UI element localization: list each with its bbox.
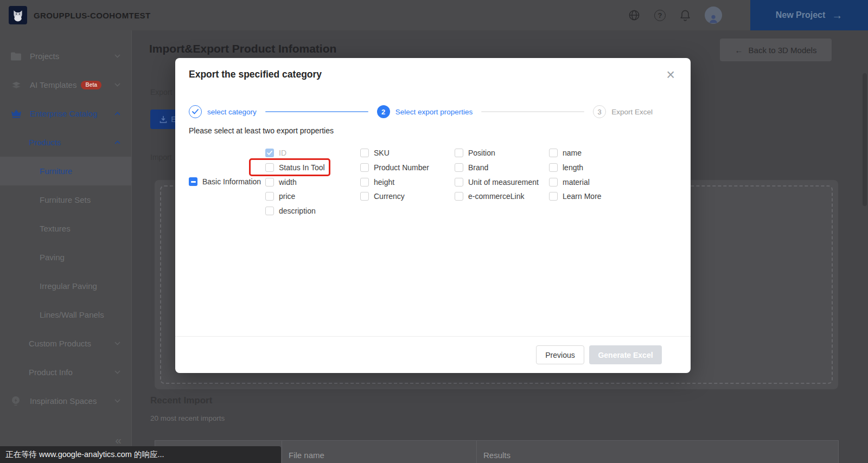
- user-avatar[interactable]: [705, 7, 722, 24]
- checkbox-status-in-tool[interactable]: Status In Tool: [265, 160, 325, 175]
- download-icon: [159, 115, 167, 123]
- checkbox-unchecked-icon: [360, 192, 369, 201]
- stepper-connector-done: [265, 111, 368, 112]
- stepper-connector-pending: [481, 111, 584, 112]
- checkbox-unchecked-icon: [265, 163, 274, 172]
- sidebar-item-custom-products[interactable]: Custom Products: [0, 329, 131, 358]
- checkbox-unchecked-icon: [360, 163, 369, 172]
- checkbox-width[interactable]: width: [265, 175, 325, 189]
- checkbox-position[interactable]: Position: [455, 146, 539, 160]
- checkbox-unchecked-icon: [549, 192, 558, 201]
- generate-excel-button[interactable]: Generate Excel: [589, 345, 662, 364]
- chevron-down-icon: [114, 342, 120, 345]
- chevron-down-icon: [114, 54, 120, 58]
- sidebar-item-furniture-sets[interactable]: Furniture Sets: [0, 185, 131, 214]
- beta-badge: Beta: [81, 81, 101, 89]
- checkbox-label: Learn More: [563, 192, 602, 201]
- lightbulb-icon: [11, 396, 23, 407]
- import-section-label: Import: [150, 153, 172, 162]
- step-label: select category: [207, 108, 257, 116]
- globe-icon[interactable]: [628, 9, 640, 21]
- basic-information-group-checkbox[interactable]: Basic Information: [189, 175, 261, 189]
- page-title: Import&Export Product Infomation: [149, 42, 336, 55]
- checkbox-height[interactable]: height: [360, 175, 429, 189]
- checkbox-material[interactable]: material: [549, 175, 602, 189]
- checkbox-unchecked-icon: [455, 178, 463, 187]
- sidebar-item-label: AI Templates: [30, 80, 76, 89]
- back-button-label: Back to 3D Models: [749, 46, 817, 55]
- back-to-3d-models-button[interactable]: ← Back to 3D Models: [720, 38, 832, 61]
- sidebar-item-label: Paving: [40, 253, 65, 262]
- checkbox-description[interactable]: description: [265, 204, 325, 218]
- checkbox-currency[interactable]: Currency: [360, 189, 429, 204]
- arrow-left-icon: ←: [735, 46, 743, 55]
- person-icon: [708, 14, 719, 24]
- chevron-down-icon: [114, 399, 120, 403]
- checkbox-unit-of-measurement[interactable]: Unit of measurement: [455, 175, 539, 189]
- checkbox-unchecked-icon: [549, 178, 558, 187]
- checkbox-label: Basic Information: [202, 177, 261, 186]
- checkbox-label: Status In Tool: [279, 163, 325, 172]
- export-stepper: select category 2 Select export properti…: [189, 105, 653, 119]
- sidebar-item-ai-templates[interactable]: AI Templates Beta: [0, 70, 131, 99]
- checkbox-brand[interactable]: Brand: [455, 160, 539, 175]
- sidebar-item-label: Enterprise Catalog: [30, 109, 97, 118]
- checkbox-column-2: SKU Product Number height Currency: [360, 146, 429, 204]
- company-logo: [9, 6, 27, 24]
- step-select-category: select category: [189, 105, 257, 118]
- checkbox-id[interactable]: ID: [265, 146, 325, 160]
- sidebar-item-lines-wall-panels[interactable]: Lines/Wall Panels: [0, 300, 131, 329]
- table-header-results: Results: [476, 440, 839, 463]
- checkbox-label: length: [563, 163, 583, 172]
- modal-title: Export the specified category: [189, 69, 322, 80]
- sidebar-item-irregular-paving[interactable]: Irregular Paving: [0, 272, 131, 300]
- checkbox-label: height: [374, 178, 394, 187]
- checkbox-label: e-commerceLink: [468, 192, 524, 201]
- checkbox-ecommerce-link[interactable]: e-commerceLink: [455, 189, 539, 204]
- sidebar-item-label: Irregular Paving: [40, 281, 97, 291]
- checkbox-column-3: Position Brand Unit of measurement e-com…: [455, 146, 539, 204]
- sidebar-item-product-info[interactable]: Product Info: [0, 358, 131, 387]
- sidebar-item-products[interactable]: Products: [0, 128, 131, 157]
- checkbox-label: price: [279, 192, 295, 201]
- recent-import-subtitle: 20 most recent imports: [150, 414, 225, 422]
- sidebar-item-inspiration-spaces[interactable]: Inspiration Spaces: [0, 387, 131, 415]
- sidebar-item-label: Furniture: [40, 166, 72, 176]
- sidebar-item-label: Products: [29, 138, 61, 147]
- sidebar-collapse-icon[interactable]: «: [115, 434, 122, 447]
- checkbox-unchecked-icon: [265, 192, 274, 201]
- checkbox-label: ID: [279, 149, 286, 157]
- checkbox-sku[interactable]: SKU: [360, 146, 429, 160]
- sidebar-item-enterprise-catalog[interactable]: Enterprise Catalog: [0, 99, 131, 128]
- checkbox-length[interactable]: length: [549, 160, 602, 175]
- step-export-excel: 3 Export Excel: [593, 105, 653, 118]
- sidebar-item-label: Custom Products: [29, 339, 91, 348]
- close-icon[interactable]: ×: [666, 68, 675, 82]
- checkbox-unchecked-icon: [455, 149, 463, 157]
- export-section-label: Export: [150, 88, 172, 97]
- new-project-button[interactable]: New Project →: [750, 0, 868, 30]
- folder-icon: [11, 52, 23, 61]
- checkbox-learn-more[interactable]: Learn More: [549, 189, 602, 204]
- checkbox-column-1: ID Status In Tool width price descriptio…: [265, 146, 325, 218]
- checkbox-label: SKU: [374, 149, 390, 157]
- sidebar-item-paving[interactable]: Paving: [0, 243, 131, 272]
- checkbox-label: name: [563, 149, 582, 157]
- cat-logo-icon: [11, 8, 25, 22]
- checkbox-product-number[interactable]: Product Number: [360, 160, 429, 175]
- checkbox-name[interactable]: name: [549, 146, 602, 160]
- scrollbar-thumb[interactable]: [863, 73, 867, 206]
- checkbox-price[interactable]: price: [265, 189, 325, 204]
- help-icon[interactable]: ?: [654, 10, 666, 21]
- checkbox-label: Brand: [468, 163, 488, 172]
- browser-status-bar: 正在等待 www.google-analytics.com 的响应...: [0, 446, 281, 463]
- step-number: 2: [377, 105, 390, 118]
- previous-button[interactable]: Previous: [536, 345, 584, 364]
- sidebar-item-projects[interactable]: Projects: [0, 42, 131, 70]
- step-number: 3: [593, 105, 606, 118]
- step-label: Export Excel: [611, 108, 653, 116]
- new-project-label: New Project: [776, 10, 826, 20]
- notification-bell-icon[interactable]: [680, 9, 691, 21]
- sidebar-item-textures[interactable]: Textures: [0, 214, 131, 243]
- sidebar-item-furniture[interactable]: Furniture: [0, 157, 131, 185]
